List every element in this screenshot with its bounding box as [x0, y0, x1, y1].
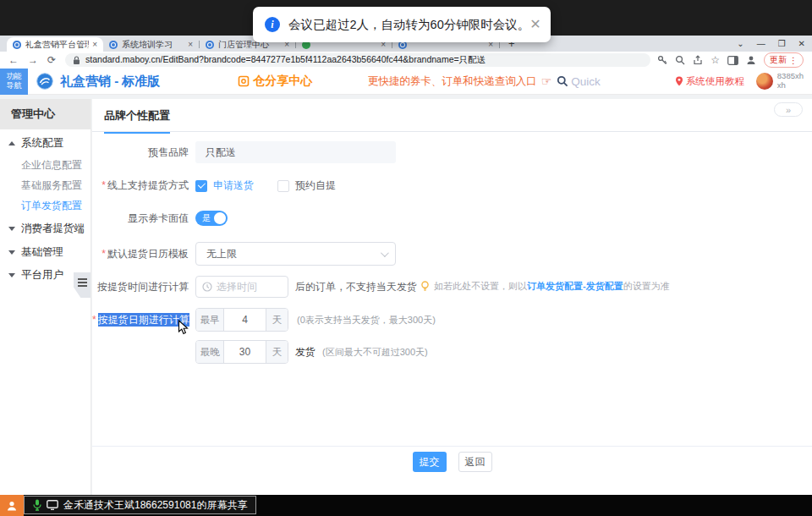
- ship-text: 发货: [295, 345, 315, 360]
- forward-icon[interactable]: →: [28, 55, 38, 65]
- app-header: 功能 导航 礼盒营销 - 标准版 仓分享中心 更快捷的券卡、订单和快递查询入口 …: [0, 69, 812, 95]
- user-sub: xh: [777, 81, 804, 91]
- form-row-calendar: *默认提货日历模板 无上限: [92, 242, 396, 266]
- browser-update-button[interactable]: 更新 ⋮: [764, 52, 804, 68]
- earliest-hint: (0表示支持当天发货，最大300天): [297, 314, 436, 327]
- browser-tab[interactable]: 系统培训学习 ×: [103, 37, 199, 52]
- tutorial-label: 系统使用教程: [686, 75, 744, 88]
- checkbox-selfpickup[interactable]: [277, 180, 289, 192]
- menu-lines-icon: [78, 278, 87, 280]
- bulb-icon: [420, 281, 430, 292]
- toggle-knob: [214, 212, 226, 224]
- tab-favicon: [109, 41, 118, 49]
- bookmark-star-icon[interactable]: ☆: [710, 55, 720, 65]
- field-label: 预售品牌: [92, 145, 189, 160]
- address-bar[interactable]: standard.maboy.cn/EditBand?brandcode=844…: [65, 53, 650, 67]
- sidebar-group-consumer[interactable]: 消费者提货端: [0, 221, 91, 236]
- latest-days-value[interactable]: 30: [224, 341, 266, 363]
- info-icon: i: [265, 17, 280, 32]
- url-text: standard.maboy.cn/EditBand?brandcode=844…: [85, 54, 486, 66]
- share-center-label: 仓分享中心: [253, 74, 312, 89]
- tip-link[interactable]: 订单发货配置-发货配置: [527, 280, 623, 293]
- time-placeholder: 选择时间: [217, 280, 257, 294]
- sidebar-collapse-handle[interactable]: [74, 272, 91, 298]
- sidebar-group-basic-mgmt[interactable]: 基础管理: [0, 244, 91, 260]
- face-value-toggle[interactable]: 是: [195, 211, 228, 226]
- collapse-right-button[interactable]: »: [774, 102, 803, 117]
- screen-share-bar: 金禾通技术王斌18662591081的屏幕共享: [0, 495, 812, 516]
- sidebar-item-order-shipping[interactable]: 订单发货配置: [21, 198, 82, 213]
- checkbox-label-selfpickup[interactable]: 预约自提: [295, 178, 336, 193]
- triangle-up-icon: [8, 141, 15, 145]
- tutorial-link[interactable]: 系统使用教程: [675, 75, 744, 88]
- earliest-days-value[interactable]: 4: [224, 309, 266, 331]
- microphone-icon: [33, 499, 41, 511]
- checkbox-delivery-checked[interactable]: [195, 180, 207, 192]
- app-title: 礼盒营销 - 标准版: [60, 74, 160, 90]
- form-row-bytime: 按提货时间进行计算 选择时间 后的订单，不支持当天发货: [92, 276, 417, 298]
- update-label: 更新: [770, 54, 787, 66]
- reload-icon[interactable]: ⟳: [47, 55, 56, 65]
- required-asterisk: *: [102, 248, 106, 260]
- checkbox-label-delivery[interactable]: 申请送货: [213, 178, 254, 193]
- field-label: *默认提货日历模板: [92, 247, 189, 261]
- input-prefix: 最早: [196, 309, 224, 331]
- time-picker-input[interactable]: 选择时间: [195, 276, 288, 298]
- triangle-down-icon: [8, 227, 15, 231]
- sidebar-title: 管理中心: [0, 99, 91, 129]
- footer-divider: [92, 446, 812, 447]
- latest-days-input[interactable]: 最晚 30 天: [195, 340, 288, 364]
- tab-close-icon[interactable]: ×: [188, 41, 193, 49]
- function-nav-button[interactable]: 功能 导航: [0, 69, 28, 95]
- back-button[interactable]: 返回: [458, 452, 492, 472]
- kebab-menu-icon[interactable]: ⋮: [789, 56, 798, 65]
- warehouse-icon: [238, 75, 250, 87]
- person-icon: [6, 500, 18, 512]
- toast-close-icon[interactable]: ✕: [529, 18, 540, 31]
- tip-suffix: 的设置为准: [623, 280, 670, 293]
- latest-hint: (区间最大不可超过300天): [322, 346, 428, 359]
- tab-close-icon[interactable]: ×: [92, 41, 97, 49]
- quick-entry-link[interactable]: 更快捷的券卡、订单和快递查询入口: [368, 74, 537, 89]
- window-menu-icon[interactable]: ⌄: [737, 39, 743, 48]
- meeting-toast: i 会议已超过2人，自动转为60分钟限时会议。 ✕: [253, 7, 551, 42]
- key-icon[interactable]: [657, 55, 667, 65]
- back-icon[interactable]: ←: [8, 55, 19, 65]
- required-asterisk: *: [92, 314, 96, 326]
- screen: 礼盒营销平台管理中心 × 系统培训学习 × 门店管理中心 × × × +: [0, 0, 812, 516]
- field-label: *线上支持提货方式: [92, 178, 189, 193]
- window-maximize-icon[interactable]: ❐: [778, 39, 786, 48]
- sidebar-item-basic-service[interactable]: 基础服务配置: [21, 178, 82, 193]
- sidebar-group-system-config[interactable]: 系统配置: [0, 135, 91, 151]
- user-avatar[interactable]: [756, 73, 773, 90]
- tab-title: 系统培训学习: [122, 39, 184, 51]
- field-label: 按提货时间进行计算: [92, 280, 189, 294]
- content-tab-bar: 品牌个性配置 »: [92, 99, 812, 132]
- window-close-icon[interactable]: ✕: [798, 39, 805, 48]
- profile-icon[interactable]: [746, 55, 756, 65]
- triangle-down-icon: [8, 250, 15, 255]
- brand-input[interactable]: 只配送: [195, 141, 396, 163]
- warehouse-share-center-link[interactable]: 仓分享中心: [238, 74, 312, 89]
- input-unit: 天: [266, 341, 288, 363]
- lock-icon: [73, 56, 80, 65]
- required-asterisk: *: [102, 179, 106, 191]
- quick-search-button[interactable]: Quick: [557, 75, 601, 88]
- app-main: 管理中心 系统配置 企业信息配置 基础服务配置 订单发货配置 消费者提货端 基础…: [0, 95, 812, 495]
- mouse-cursor: [178, 320, 189, 338]
- share-icon[interactable]: [693, 55, 703, 65]
- calendar-template-select[interactable]: 无上限: [195, 242, 396, 266]
- sidebar-item-enterprise-info[interactable]: 企业信息配置: [21, 157, 82, 173]
- submit-button[interactable]: 提交: [413, 452, 447, 472]
- form-row-latest: 最晚 30 天 发货 (区间最大不可超过300天): [92, 340, 428, 364]
- window-minimize-icon[interactable]: —: [757, 39, 765, 48]
- input-prefix: 最晚: [196, 341, 224, 363]
- browser-tab-active[interactable]: 礼盒营销平台管理中心 ×: [7, 37, 103, 52]
- zoom-icon[interactable]: [675, 55, 685, 65]
- tab-brand-config[interactable]: 品牌个性配置: [104, 108, 170, 134]
- settings-tip: 如若此处不设置，则以订单发货配置-发货配置的设置为准: [420, 280, 670, 293]
- side-panel-icon[interactable]: [727, 56, 738, 65]
- screen-share-icon: [47, 500, 58, 510]
- earliest-days-input[interactable]: 最早 4 天: [195, 308, 288, 332]
- form-row-bydate: *按提货日期进行计算 最早 4 天 (0表示支持当天发货，最大300天): [92, 308, 436, 332]
